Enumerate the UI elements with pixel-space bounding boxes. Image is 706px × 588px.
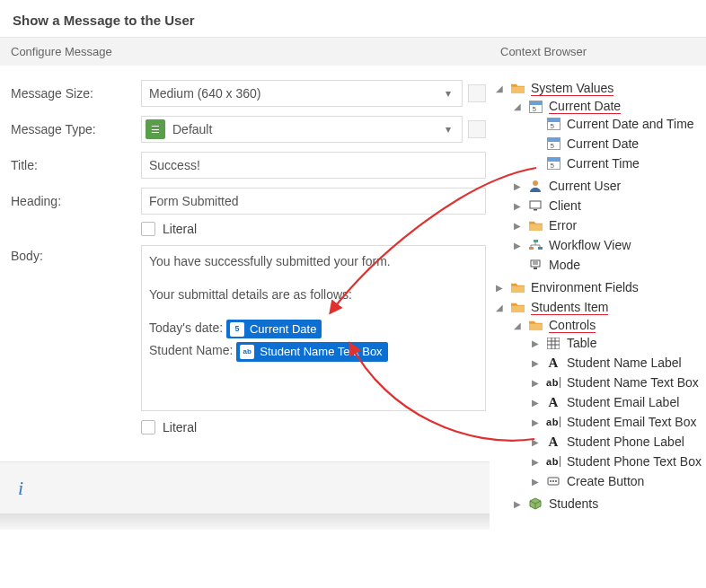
- student-name-token[interactable]: ab Student Name Text Box: [236, 342, 387, 362]
- expand-icon[interactable]: ◢: [513, 320, 522, 330]
- tree-node-controls[interactable]: ◢ Controls: [513, 318, 702, 333]
- tree-label: Controls: [549, 318, 596, 333]
- tree-label: System Values: [531, 81, 613, 96]
- expand-icon[interactable]: ▶: [513, 499, 522, 509]
- textbox-icon: ab: [545, 375, 561, 390]
- body-editor[interactable]: You have successfully submitted your for…: [141, 245, 486, 411]
- configure-message-header: Configure Message: [0, 37, 490, 66]
- tree-node-student-name-label[interactable]: ▶ A Student Name Label: [531, 355, 702, 370]
- tree-label: Create Button: [567, 474, 644, 488]
- tree-node-student-email-textbox[interactable]: ▶ ab Student Email Text Box: [531, 415, 702, 429]
- context-browser-pane: Context Browser ◢ System Values ◢: [490, 37, 706, 527]
- svg-point-10: [550, 480, 552, 482]
- svg-rect-2: [534, 209, 537, 211]
- tree-node-mode[interactable]: ▶ Mode: [513, 258, 702, 272]
- tree-node-students-item[interactable]: ◢ Students Item: [495, 300, 702, 315]
- tree-node-table[interactable]: ▶ Table: [531, 336, 702, 350]
- svg-rect-3: [534, 240, 538, 242]
- message-size-extra-button[interactable]: [468, 84, 486, 102]
- info-bar: i: [0, 461, 490, 513]
- expand-icon[interactable]: ▶: [531, 398, 540, 408]
- label-icon: A: [545, 395, 561, 409]
- calendar-icon: [545, 136, 561, 151]
- heading-label: Heading:: [11, 194, 141, 208]
- tree-label: Student Email Text Box: [567, 415, 696, 429]
- heading-literal-label: Literal: [163, 222, 197, 236]
- message-type-value: Default: [165, 122, 435, 136]
- expand-icon[interactable]: ▶: [531, 477, 540, 487]
- expand-icon[interactable]: ▶: [513, 201, 522, 211]
- tree-node-environment-fields[interactable]: ▶ Environment Fields: [495, 280, 702, 294]
- tree-node-current-date[interactable]: ▶ Current Date: [531, 136, 702, 151]
- user-icon: [527, 179, 543, 193]
- body-literal-checkbox[interactable]: [141, 420, 155, 434]
- expand-icon[interactable]: ▶: [531, 457, 540, 467]
- expand-icon[interactable]: ▶: [531, 378, 540, 388]
- message-type-select[interactable]: ☰ Default ▾: [141, 116, 463, 143]
- title-input[interactable]: [141, 152, 486, 179]
- tree-label: Student Phone Text Box: [567, 454, 702, 469]
- message-size-select[interactable]: Medium (640 x 360) ▾: [141, 80, 463, 107]
- tree-node-student-phone-textbox[interactable]: ▶ ab Student Phone Text Box: [531, 454, 702, 469]
- body-line2: Your submittal details are as follows:: [149, 286, 478, 303]
- expand-icon[interactable]: ▶: [495, 283, 504, 293]
- table-icon: [545, 336, 561, 350]
- tree-node-student-phone-label[interactable]: ▶ A Student Phone Label: [531, 434, 702, 449]
- folder-icon: [527, 319, 543, 333]
- tree-node-current-date-folder[interactable]: ◢ Current Date: [513, 99, 702, 114]
- svg-point-11: [552, 480, 554, 482]
- tree-node-student-email-label[interactable]: ▶ A Student Email Label: [531, 395, 702, 409]
- expand-icon[interactable]: ▶: [513, 221, 522, 231]
- page-title: Show a Message to the User: [0, 0, 706, 37]
- tree-label: Students: [549, 496, 598, 511]
- expand-icon[interactable]: ◢: [513, 101, 522, 111]
- expand-icon[interactable]: ◢: [495, 83, 504, 93]
- tree-label: Client: [549, 198, 581, 213]
- tree-node-current-date-time[interactable]: ▶ Current Date and Time: [531, 117, 702, 131]
- tree-label: Current Time: [567, 156, 640, 171]
- tree-node-error[interactable]: ▶ Error: [513, 218, 702, 233]
- label-icon: A: [545, 434, 561, 449]
- tree-node-system-values[interactable]: ◢ System Values: [495, 81, 702, 96]
- current-date-token[interactable]: 5 Current Date: [226, 320, 322, 339]
- tree-label: Student Name Label: [567, 355, 682, 370]
- expand-icon[interactable]: ▶: [513, 181, 522, 191]
- calendar-icon: [527, 100, 543, 114]
- expand-icon[interactable]: ▶: [513, 241, 522, 250]
- workflow-icon: [527, 238, 543, 252]
- context-tree: ◢ System Values ◢ Current Date: [490, 66, 706, 520]
- tree-node-students[interactable]: ▶ Students: [513, 496, 702, 511]
- expand-icon[interactable]: ◢: [495, 303, 504, 312]
- body-label: Body:: [11, 245, 141, 263]
- title-label: Title:: [11, 158, 141, 172]
- svg-rect-1: [530, 201, 541, 208]
- tree-label: Environment Fields: [531, 280, 639, 294]
- box-icon: [527, 496, 543, 511]
- button-icon: [545, 474, 561, 488]
- expand-icon[interactable]: ▶: [531, 358, 540, 368]
- configure-message-pane: Configure Message Message Size: Medium (…: [0, 37, 490, 530]
- tree-node-student-name-textbox[interactable]: ▶ ab Student Name Text Box: [531, 375, 702, 390]
- folder-icon: [509, 301, 525, 315]
- expand-icon[interactable]: ▶: [531, 338, 540, 348]
- tree-node-client[interactable]: ▶ Client: [513, 198, 702, 213]
- tree-node-create-button[interactable]: ▶ Create Button: [531, 474, 702, 488]
- heading-input[interactable]: [141, 188, 486, 215]
- heading-literal-checkbox[interactable]: [141, 222, 155, 236]
- tree-node-workflow-view[interactable]: ▶ Workflow View: [513, 238, 702, 252]
- student-name-label: Student Name:: [149, 344, 233, 358]
- message-type-label: Message Type:: [11, 122, 141, 136]
- expand-icon[interactable]: ▶: [531, 437, 540, 447]
- tree-label: Table: [567, 336, 596, 350]
- tree-node-current-user[interactable]: ▶ Current User: [513, 179, 702, 193]
- tree-node-current-time[interactable]: ▶ Current Time: [531, 156, 702, 171]
- svg-point-0: [533, 180, 538, 186]
- svg-rect-7: [534, 268, 537, 269]
- message-type-extra-button[interactable]: [468, 120, 486, 138]
- svg-rect-5: [538, 247, 543, 250]
- chevron-down-icon: ▾: [435, 87, 462, 100]
- tree-label: Current Date: [567, 136, 639, 151]
- folder-icon: [527, 218, 543, 233]
- textbox-icon: ab: [545, 454, 561, 469]
- expand-icon[interactable]: ▶: [531, 417, 540, 427]
